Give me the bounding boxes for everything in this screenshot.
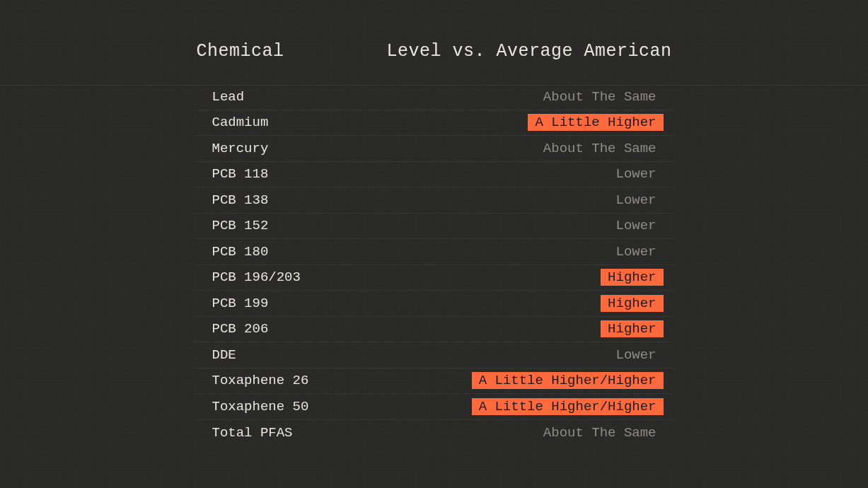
table-row: PCB 118Lower: [194, 162, 675, 188]
table-row: PCB 152Lower: [194, 214, 675, 240]
table-row: PCB 180Lower: [194, 239, 675, 265]
table-row: MercuryAbout The Same: [194, 136, 675, 162]
header-chemical: Chemical: [197, 41, 284, 62]
chemical-name: Total PFAS: [212, 425, 293, 441]
level-value: A Little Higher/Higher: [472, 398, 664, 415]
chemical-name: Toxaphene 26: [212, 373, 309, 388]
table-row: PCB 138Lower: [194, 187, 675, 214]
table-row: PCB 196/203Higher: [194, 265, 675, 291]
level-value: About The Same: [536, 140, 664, 157]
table-row: DDELower: [194, 342, 675, 368]
level-value: Lower: [608, 347, 663, 364]
header-level: Level vs. Average American: [386, 41, 671, 62]
chemical-name: DDE: [212, 347, 236, 363]
chemical-name: PCB 180: [212, 244, 269, 260]
chemical-name: PCB 118: [212, 166, 269, 182]
table-row: Total PFASAbout The Same: [194, 420, 675, 446]
level-value: A Little Higher/Higher: [472, 372, 664, 389]
table-row: PCB 199Higher: [194, 291, 675, 317]
table-row: PCB 206Higher: [194, 317, 675, 343]
chemical-name: Cadmium: [212, 115, 269, 130]
chemical-name: PCB 196/203: [212, 269, 301, 285]
table-row: Toxaphene 50A Little Higher/Higher: [194, 394, 675, 420]
level-value: Lower: [608, 243, 663, 260]
chemical-name: Toxaphene 50: [212, 399, 309, 414]
chemical-name: Mercury: [212, 141, 269, 156]
table-row: LeadAbout The Same: [194, 84, 675, 110]
level-value: About The Same: [536, 424, 664, 441]
chemical-table: Chemical Level vs. Average American Lead…: [194, 0, 675, 446]
table-row: CadmiumA Little Higher: [194, 110, 675, 136]
table-row: Toxaphene 26A Little Higher/Higher: [194, 368, 675, 395]
chemical-name: PCB 199: [212, 296, 269, 311]
chemical-name: PCB 206: [212, 321, 269, 337]
table-body: LeadAbout The SameCadmiumA Little Higher…: [194, 84, 675, 446]
level-value: About The Same: [536, 88, 664, 105]
level-value: Lower: [608, 217, 663, 234]
level-value: Higher: [601, 320, 663, 337]
chemical-name: PCB 138: [212, 192, 269, 208]
chemical-name: Lead: [212, 89, 245, 105]
level-value: Lower: [608, 192, 663, 209]
chemical-name: PCB 152: [212, 218, 269, 233]
level-value: Higher: [601, 295, 663, 312]
table-header: Chemical Level vs. Average American: [194, 41, 675, 84]
level-value: A Little Higher: [528, 114, 663, 131]
level-value: Lower: [608, 165, 663, 182]
level-value: Higher: [601, 269, 663, 286]
